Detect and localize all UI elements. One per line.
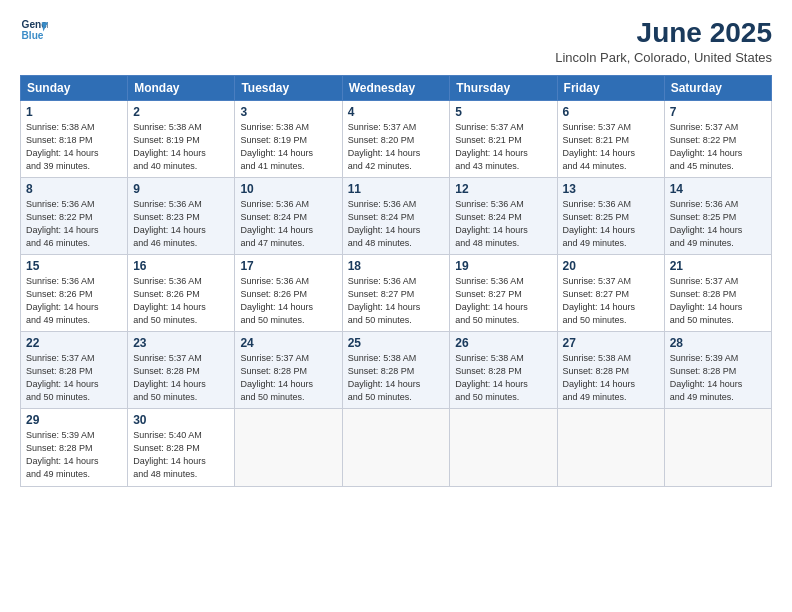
- table-row: [235, 409, 342, 486]
- week-row-5: 29Sunrise: 5:39 AMSunset: 8:28 PMDayligh…: [21, 409, 772, 486]
- table-row: 21Sunrise: 5:37 AMSunset: 8:28 PMDayligh…: [664, 254, 771, 331]
- table-row: [664, 409, 771, 486]
- col-wednesday: Wednesday: [342, 75, 450, 100]
- table-row: 29Sunrise: 5:39 AMSunset: 8:28 PMDayligh…: [21, 409, 128, 486]
- table-row: 10Sunrise: 5:36 AMSunset: 8:24 PMDayligh…: [235, 177, 342, 254]
- page: General Blue June 2025 Lincoln Park, Col…: [0, 0, 792, 612]
- calendar-header-row: Sunday Monday Tuesday Wednesday Thursday…: [21, 75, 772, 100]
- week-row-1: 1Sunrise: 5:38 AMSunset: 8:18 PMDaylight…: [21, 100, 772, 177]
- col-sunday: Sunday: [21, 75, 128, 100]
- table-row: 19Sunrise: 5:36 AMSunset: 8:27 PMDayligh…: [450, 254, 557, 331]
- table-row: 15Sunrise: 5:36 AMSunset: 8:26 PMDayligh…: [21, 254, 128, 331]
- table-row: 13Sunrise: 5:36 AMSunset: 8:25 PMDayligh…: [557, 177, 664, 254]
- table-row: 25Sunrise: 5:38 AMSunset: 8:28 PMDayligh…: [342, 332, 450, 409]
- table-row: [450, 409, 557, 486]
- logo-icon: General Blue: [20, 16, 48, 44]
- table-row: 27Sunrise: 5:38 AMSunset: 8:28 PMDayligh…: [557, 332, 664, 409]
- table-row: 17Sunrise: 5:36 AMSunset: 8:26 PMDayligh…: [235, 254, 342, 331]
- table-row: 9Sunrise: 5:36 AMSunset: 8:23 PMDaylight…: [128, 177, 235, 254]
- table-row: [342, 409, 450, 486]
- table-row: 3Sunrise: 5:38 AMSunset: 8:19 PMDaylight…: [235, 100, 342, 177]
- location: Lincoln Park, Colorado, United States: [555, 50, 772, 65]
- logo: General Blue: [20, 16, 48, 44]
- col-saturday: Saturday: [664, 75, 771, 100]
- table-row: 28Sunrise: 5:39 AMSunset: 8:28 PMDayligh…: [664, 332, 771, 409]
- table-row: 12Sunrise: 5:36 AMSunset: 8:24 PMDayligh…: [450, 177, 557, 254]
- col-friday: Friday: [557, 75, 664, 100]
- col-monday: Monday: [128, 75, 235, 100]
- table-row: 1Sunrise: 5:38 AMSunset: 8:18 PMDaylight…: [21, 100, 128, 177]
- table-row: 5Sunrise: 5:37 AMSunset: 8:21 PMDaylight…: [450, 100, 557, 177]
- table-row: 8Sunrise: 5:36 AMSunset: 8:22 PMDaylight…: [21, 177, 128, 254]
- week-row-3: 15Sunrise: 5:36 AMSunset: 8:26 PMDayligh…: [21, 254, 772, 331]
- table-row: 26Sunrise: 5:38 AMSunset: 8:28 PMDayligh…: [450, 332, 557, 409]
- table-row: 7Sunrise: 5:37 AMSunset: 8:22 PMDaylight…: [664, 100, 771, 177]
- table-row: 14Sunrise: 5:36 AMSunset: 8:25 PMDayligh…: [664, 177, 771, 254]
- calendar: Sunday Monday Tuesday Wednesday Thursday…: [20, 75, 772, 487]
- table-row: 20Sunrise: 5:37 AMSunset: 8:27 PMDayligh…: [557, 254, 664, 331]
- table-row: 18Sunrise: 5:36 AMSunset: 8:27 PMDayligh…: [342, 254, 450, 331]
- month-title: June 2025: [555, 16, 772, 50]
- table-row: 6Sunrise: 5:37 AMSunset: 8:21 PMDaylight…: [557, 100, 664, 177]
- svg-text:Blue: Blue: [22, 30, 44, 41]
- table-row: [557, 409, 664, 486]
- header: General Blue June 2025 Lincoln Park, Col…: [20, 16, 772, 65]
- col-thursday: Thursday: [450, 75, 557, 100]
- title-block: June 2025 Lincoln Park, Colorado, United…: [555, 16, 772, 65]
- table-row: 30Sunrise: 5:40 AMSunset: 8:28 PMDayligh…: [128, 409, 235, 486]
- table-row: 11Sunrise: 5:36 AMSunset: 8:24 PMDayligh…: [342, 177, 450, 254]
- table-row: 16Sunrise: 5:36 AMSunset: 8:26 PMDayligh…: [128, 254, 235, 331]
- table-row: 22Sunrise: 5:37 AMSunset: 8:28 PMDayligh…: [21, 332, 128, 409]
- week-row-2: 8Sunrise: 5:36 AMSunset: 8:22 PMDaylight…: [21, 177, 772, 254]
- table-row: 23Sunrise: 5:37 AMSunset: 8:28 PMDayligh…: [128, 332, 235, 409]
- table-row: 2Sunrise: 5:38 AMSunset: 8:19 PMDaylight…: [128, 100, 235, 177]
- table-row: 24Sunrise: 5:37 AMSunset: 8:28 PMDayligh…: [235, 332, 342, 409]
- week-row-4: 22Sunrise: 5:37 AMSunset: 8:28 PMDayligh…: [21, 332, 772, 409]
- col-tuesday: Tuesday: [235, 75, 342, 100]
- table-row: 4Sunrise: 5:37 AMSunset: 8:20 PMDaylight…: [342, 100, 450, 177]
